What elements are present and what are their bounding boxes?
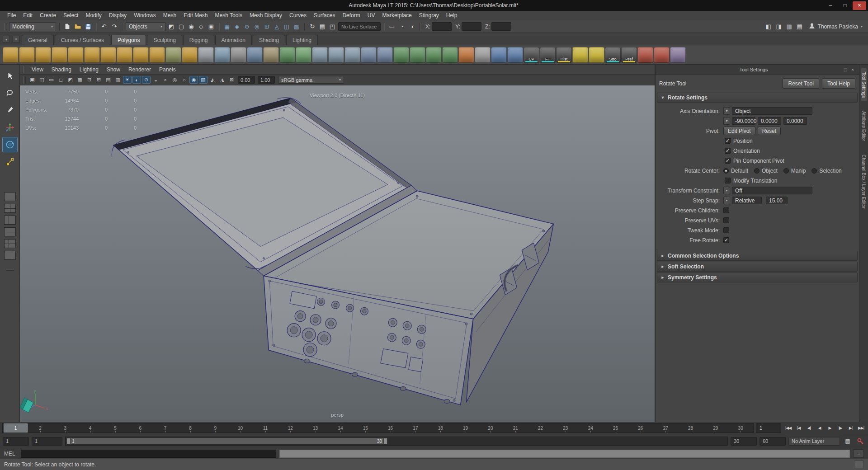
viewport-toolbar-icon[interactable]: ⊞: [94, 76, 103, 84]
render-icon[interactable]: ◔: [397, 22, 406, 31]
selection-mask-icon[interactable]: ◩: [167, 22, 176, 31]
radio-option[interactable]: Object: [754, 168, 778, 174]
layout-four-pane-button[interactable]: [4, 204, 16, 213]
viewport-toolbar-icon[interactable]: ▦: [75, 76, 84, 84]
rotate-value-input[interactable]: 0.0000: [783, 117, 807, 125]
chevron-down-icon[interactable]: ▾: [723, 187, 730, 194]
sidebar-toggle-icon[interactable]: ◨: [774, 22, 783, 31]
shelf-icon[interactable]: [52, 47, 67, 63]
shelf-icon[interactable]: [458, 47, 474, 63]
animation-end-field[interactable]: 60: [760, 437, 786, 446]
shelf-icon[interactable]: [296, 47, 311, 63]
rotate-settings-section-header[interactable]: ▼ Rotate Settings: [657, 93, 858, 103]
playback-button[interactable]: ◀: [815, 423, 824, 433]
animation-start-field[interactable]: 1: [3, 437, 29, 446]
viewport-toolbar-icon[interactable]: ◓: [161, 76, 170, 84]
panel-menu-item[interactable]: Show: [103, 66, 124, 73]
scale-tool-button[interactable]: [2, 154, 18, 169]
selection-mask-icon[interactable]: ▣: [207, 22, 216, 31]
gamma-mode-selector[interactable]: sRGB gamma ▾: [278, 76, 344, 84]
chevron-down-icon[interactable]: ▾: [723, 197, 730, 204]
checkbox-row[interactable]: ✓ Orientation: [656, 146, 859, 155]
snap-icon[interactable]: ◎: [252, 22, 261, 31]
layout-single-pane-button[interactable]: [4, 192, 16, 201]
viewport-toolbar-icon[interactable]: ◩: [66, 76, 75, 84]
x-coordinate-input[interactable]: [432, 22, 452, 31]
redo-button[interactable]: ↷: [110, 22, 119, 31]
checkbox-row[interactable]: ✓ Pin Component Pivot: [656, 156, 859, 165]
timeline-tick[interactable]: 16: [378, 423, 403, 432]
shelf-icon[interactable]: [149, 47, 165, 63]
range-slider-bar[interactable]: 1 30: [66, 438, 387, 444]
timeline-tick[interactable]: 9: [203, 423, 228, 432]
new-scene-button[interactable]: [63, 22, 72, 31]
auto-keyframe-button[interactable]: [855, 437, 865, 446]
shelf-icon[interactable]: [361, 47, 377, 63]
shelf-tab[interactable]: Shading: [253, 35, 285, 45]
shelf-icon[interactable]: [279, 47, 295, 63]
shelf-icon[interactable]: [507, 47, 523, 63]
shelf-icon[interactable]: [231, 47, 246, 63]
live-surface-field[interactable]: No Live Surface: [338, 22, 381, 31]
timeline-tick[interactable]: 22: [528, 423, 553, 432]
toolbox-grip[interactable]: [6, 269, 14, 271]
history-icon[interactable]: ▤: [318, 22, 327, 31]
command-line-mode-label[interactable]: MEL: [4, 451, 18, 457]
menu-item[interactable]: UV: [364, 12, 379, 19]
viewport-toolbar-icon[interactable]: ◉: [189, 76, 198, 84]
toolbar-grip[interactable]: [24, 76, 26, 84]
shelf-icon[interactable]: [214, 47, 230, 63]
timeline-tick[interactable]: 2: [28, 423, 52, 432]
shelf-tab[interactable]: Polygons: [111, 35, 146, 45]
exposure-field[interactable]: 0.00: [238, 76, 255, 84]
close-panel-icon[interactable]: ×: [849, 67, 856, 72]
sidebar-vertical-tab[interactable]: Channel Box / Layer Editor: [861, 151, 867, 212]
chevron-down-icon[interactable]: ▾: [723, 107, 730, 115]
shelf-icon[interactable]: [410, 47, 425, 63]
shelf-icon[interactable]: [491, 47, 507, 63]
shelf-icon[interactable]: [182, 47, 198, 63]
shelf-icon[interactable]: [263, 47, 279, 63]
checkbox-row[interactable]: ✓ Position: [656, 136, 859, 146]
timeline-tick[interactable]: 17: [403, 423, 428, 432]
sidebar-toggle-icon[interactable]: ◧: [764, 22, 773, 31]
shelf-icon[interactable]: [670, 47, 686, 63]
shelf-icon[interactable]: [117, 47, 132, 63]
timeline-tick[interactable]: 24: [578, 423, 603, 432]
undo-button[interactable]: ↶: [99, 22, 108, 31]
timeline-tick[interactable]: 30: [728, 423, 753, 432]
shelf-icon[interactable]: [572, 47, 588, 63]
selection-mask-icon[interactable]: ◇: [197, 22, 206, 31]
timeline-tick[interactable]: 15: [353, 423, 378, 432]
y-coordinate-input[interactable]: [462, 22, 481, 31]
menu-item[interactable]: Display: [105, 12, 130, 19]
sidebar-toggle-icon[interactable]: ▤: [795, 22, 804, 31]
shelf-icon[interactable]: [312, 47, 328, 63]
menu-item[interactable]: Surfaces: [310, 12, 339, 19]
shelf-icon[interactable]: FT: [540, 47, 556, 63]
snap-icon[interactable]: ◫: [282, 22, 291, 31]
shelf-icon[interactable]: [344, 47, 360, 63]
viewport-toolbar-icon[interactable]: ⊠: [227, 76, 236, 84]
shelf-tab[interactable]: Sculpting: [147, 35, 182, 45]
shelf-icon[interactable]: CP: [524, 47, 539, 63]
menu-item[interactable]: Mesh Display: [246, 12, 286, 19]
snap-icon[interactable]: ⊙: [242, 22, 251, 31]
selection-mask-icon[interactable]: ◉: [187, 22, 196, 31]
menu-item[interactable]: Create: [36, 12, 60, 19]
shelf-tab[interactable]: Rigging: [183, 35, 214, 45]
shelf-icon[interactable]: [247, 47, 263, 63]
shelf-icon[interactable]: [475, 47, 491, 63]
step-snap-value-input[interactable]: 15.00: [766, 197, 788, 204]
timeline-tick[interactable]: 8: [178, 423, 203, 432]
shelf-options-button[interactable]: ≡: [13, 36, 20, 43]
tool-help-button[interactable]: Tool Help: [822, 78, 855, 89]
menu-item[interactable]: Curves: [286, 12, 310, 19]
checkbox-row[interactable]: Free Rotate: ✓: [656, 235, 859, 245]
collapsed-section-header[interactable]: ► Soft Selection: [657, 262, 858, 272]
shelf-icon[interactable]: [165, 47, 181, 63]
snap-icon[interactable]: ⊞: [262, 22, 271, 31]
menu-item[interactable]: Select: [60, 12, 82, 19]
shelf-icon[interactable]: [393, 47, 409, 63]
selection-mask-icon[interactable]: ▢: [177, 22, 186, 31]
